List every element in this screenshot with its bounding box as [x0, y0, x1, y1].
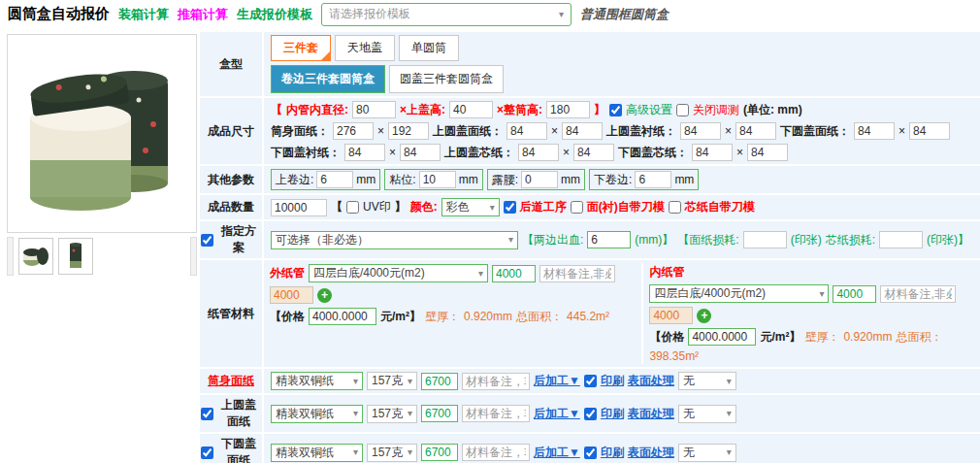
- bottom-face-checkbox[interactable]: [201, 446, 213, 459]
- top-face-checkbox[interactable]: [201, 408, 213, 420]
- body-paper-width-input[interactable]: [333, 122, 374, 140]
- add-inner-tube-icon[interactable]: +: [697, 309, 711, 323]
- outer-tube-material-select[interactable]: 四层白底/4000元(m2) ▾: [309, 264, 488, 282]
- top-liner-height-input[interactable]: [735, 122, 776, 140]
- thumbnail-1[interactable]: [18, 238, 53, 275]
- close-debug-label: 关闭调测: [693, 102, 739, 118]
- advanced-settings-label: 高级设置: [626, 102, 672, 118]
- bottom-face-print-checkbox[interactable]: [584, 446, 597, 459]
- page-title: 圆筒盒自动报价: [8, 5, 110, 23]
- top-face-print-checkbox[interactable]: [584, 408, 597, 420]
- uv-print-checkbox[interactable]: [346, 201, 359, 214]
- close-debug-checkbox[interactable]: [676, 104, 689, 116]
- top-face-height-input[interactable]: [562, 122, 603, 140]
- core-die-checkbox[interactable]: [669, 201, 681, 214]
- bottom-face-select[interactable]: 精装双铜纸▾: [271, 444, 363, 462]
- bottom-face-note-input[interactable]: [462, 444, 530, 461]
- bleed-input[interactable]: [587, 231, 631, 248]
- bottom-face-width-input[interactable]: [854, 122, 895, 140]
- bottom-face-print-link[interactable]: 印刷: [601, 445, 624, 461]
- outer-tube-note-input[interactable]: [539, 265, 615, 282]
- color-select[interactable]: 彩色 ▾: [441, 198, 500, 216]
- core-loss-input[interactable]: [879, 231, 923, 248]
- waist-exposure-input[interactable]: [521, 171, 558, 188]
- face-loss-input[interactable]: [743, 231, 787, 248]
- bottom-face-height-input[interactable]: [909, 122, 950, 140]
- top-face-price-input[interactable]: [421, 405, 458, 422]
- packing-calc-link[interactable]: 装箱计算: [118, 6, 169, 23]
- subtab-round-lid-three-piece[interactable]: 圆盖三件套圆筒盒: [389, 65, 504, 93]
- bottom-face-surface-link[interactable]: 表面处理: [628, 445, 674, 461]
- top-curl-input[interactable]: [316, 171, 353, 188]
- body-paper-finish-select[interactable]: 无▾: [678, 372, 736, 390]
- body-paper-note-input[interactable]: [462, 373, 530, 390]
- bottom-curl-label: 下卷边:: [594, 172, 632, 188]
- product-photo: [7, 34, 197, 233]
- scheme-checkbox[interactable]: [201, 234, 213, 247]
- body-paper-height-input[interactable]: [388, 122, 429, 140]
- tab-single-cylinder[interactable]: 单圆筒: [399, 35, 459, 61]
- glue-position-unit: mm: [459, 173, 478, 186]
- bottom-face-finish-select[interactable]: 无▾: [678, 444, 736, 462]
- bottom-face-process-link[interactable]: 后加工▼: [534, 445, 580, 461]
- body-paper-surface-link[interactable]: 表面处理: [628, 373, 674, 389]
- body-paper-print-link[interactable]: 印刷: [601, 373, 624, 389]
- push-box-calc-link[interactable]: 推箱计算: [178, 6, 228, 23]
- body-paper-weight-select[interactable]: 157克▾: [367, 372, 417, 390]
- inner-price-input[interactable]: [688, 328, 756, 346]
- body-paper-print-checkbox[interactable]: [584, 375, 597, 387]
- inner-tube-price-input[interactable]: [833, 285, 876, 303]
- outer-price-input[interactable]: [309, 308, 376, 325]
- top-face-width-input[interactable]: [506, 122, 547, 140]
- top-core-height-input[interactable]: [573, 144, 614, 161]
- body-paper-price-input[interactable]: [421, 373, 458, 390]
- bottom-core-width-input[interactable]: [692, 144, 733, 161]
- body-paper-process-link[interactable]: 后加工▼: [534, 373, 580, 389]
- body-paper-select[interactable]: 精装双铜纸▾: [271, 372, 363, 390]
- inner-diameter-input[interactable]: [352, 101, 396, 118]
- top-face-process-link[interactable]: 后加工▼: [534, 406, 580, 422]
- bottom-core-height-input[interactable]: [747, 144, 788, 161]
- quote-template-select[interactable]: 请选择报价模板 ▾: [321, 3, 572, 26]
- bottom-face-weight-select[interactable]: 157克▾: [367, 444, 417, 462]
- glue-position-input[interactable]: [419, 171, 456, 188]
- times-sign: ×: [736, 146, 743, 159]
- thumb-scroll-left[interactable]: [7, 237, 14, 276]
- top-liner-width-input[interactable]: [680, 122, 721, 140]
- face-die-checkbox[interactable]: [571, 201, 583, 214]
- outer-price-unit: 元/m²】: [380, 309, 421, 325]
- outer-tube-price-input[interactable]: [492, 265, 536, 282]
- thumbnail-2[interactable]: [58, 238, 93, 275]
- chevron-down-icon: ▾: [408, 377, 412, 386]
- top-face-surface-link[interactable]: 表面处理: [628, 406, 674, 422]
- box-type-label: 盒型: [200, 32, 264, 96]
- top-core-width-input[interactable]: [518, 144, 559, 161]
- top-lid-height-input[interactable]: [449, 101, 493, 118]
- scheme-select[interactable]: 可选择（非必选） ▾: [271, 231, 518, 249]
- subtab-curled-three-piece[interactable]: 卷边三件套圆筒盒: [271, 65, 385, 93]
- top-face-finish-select[interactable]: 无▾: [678, 405, 736, 423]
- body-paper-label[interactable]: 筒身面纸: [208, 373, 254, 389]
- advanced-settings-checkbox[interactable]: [609, 104, 622, 116]
- tab-heaven-earth-lid[interactable]: 天地盖: [335, 35, 395, 61]
- box-type-row: 盒型 三件套 天地盖 单圆筒 卷边三件套圆筒盒 圆盖三件套圆筒盒: [200, 32, 980, 96]
- inner-tube-note-input[interactable]: [880, 285, 956, 303]
- bottom-liner-width-input[interactable]: [344, 144, 385, 161]
- thumb-scroll-right[interactable]: [190, 237, 197, 276]
- total-height-input[interactable]: [546, 101, 590, 118]
- quantity-input[interactable]: [271, 199, 327, 216]
- top-face-select[interactable]: 精装双铜纸▾: [271, 405, 363, 423]
- generate-template-link[interactable]: 生成报价模板: [237, 6, 312, 23]
- tab-three-piece[interactable]: 三件套: [271, 35, 331, 61]
- top-face-note-input[interactable]: [462, 405, 530, 422]
- post-process-checkbox[interactable]: [504, 201, 516, 214]
- bottom-curl-input[interactable]: [635, 171, 671, 188]
- bottom-face-price-input[interactable]: [421, 444, 458, 461]
- bottom-liner-height-input[interactable]: [400, 144, 441, 161]
- inner-tube-material-select[interactable]: 四层白底/4000元(m2) ▾: [649, 284, 829, 303]
- bottom-liner-dim-label: 下圆盖衬纸：: [271, 145, 341, 161]
- add-outer-tube-icon[interactable]: +: [317, 288, 332, 303]
- top-face-weight-select[interactable]: 157克▾: [367, 405, 417, 423]
- outer-area-label: 总面积：: [516, 309, 563, 325]
- top-face-print-link[interactable]: 印刷: [601, 406, 624, 422]
